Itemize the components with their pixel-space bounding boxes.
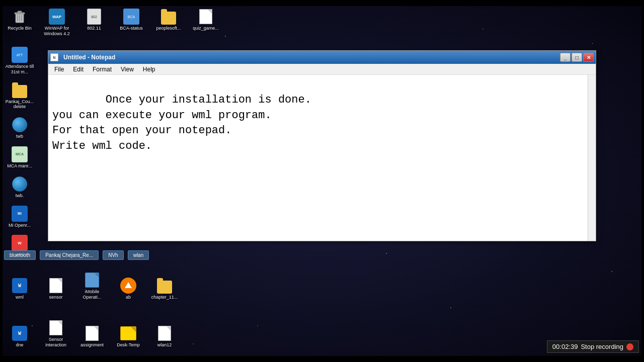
pankaj-icon — [12, 82, 28, 98]
assignment-label: assignment — [80, 342, 104, 348]
notepad-menubar: File Edit Format View Help — [48, 64, 596, 75]
notepad-app-icon: N — [50, 53, 58, 61]
chapter11-icon — [156, 278, 173, 294]
desktop-icon-attendance[interactable]: ATT Attendance till 31st m... — [4, 45, 35, 76]
screen-border-bottom — [0, 356, 644, 362]
mca-icon: MCA — [12, 146, 28, 162]
recording-indicator[interactable]: 00:02:39 Stop recording — [547, 340, 639, 353]
winwap-label: WinWAP for Windows 4.2 — [42, 26, 71, 37]
notepad-controls: _ □ ✕ — [560, 53, 594, 62]
desktop-icon-wlan12[interactable]: wlan12 — [149, 324, 180, 349]
menu-file[interactable]: File — [50, 65, 68, 74]
wml-icon: W — [12, 235, 28, 251]
notepad-line-1: Once your installation is done. — [106, 94, 311, 106]
taskbar-btn-nvh[interactable]: NVh — [103, 250, 123, 260]
svg-rect-2 — [18, 11, 22, 13]
recycle-bin-label: Recycle Bin — [8, 26, 32, 31]
menu-view[interactable]: View — [117, 65, 138, 74]
screen-border-left — [0, 0, 3, 362]
assignment-icon — [84, 325, 100, 341]
taskbar-btn-bluetooth[interactable]: bluetooth — [4, 250, 36, 260]
wml-bottom-icon: W — [12, 278, 28, 294]
desktop-icon-dne[interactable]: W dne — [4, 324, 35, 349]
wlan12-icon — [156, 325, 173, 341]
desktop-icon-mca[interactable]: MCA MCA manr... — [4, 145, 35, 170]
desktop-icon-80211[interactable]: 802 802.11 — [78, 7, 110, 33]
desktop-icon-chapter11[interactable]: chapter_11... — [149, 276, 180, 302]
attendance-label: Attendance till 31st m... — [5, 64, 34, 75]
recording-label: Stop recording — [581, 343, 623, 350]
recycle-bin-icon — [12, 9, 28, 25]
desktop-icon-ab[interactable]: ab — [113, 276, 144, 302]
mca-label: MCA manr... — [7, 163, 32, 169]
screen-border-top — [0, 0, 644, 6]
bca-label: BCA-status — [120, 26, 143, 31]
ab-icon — [120, 278, 136, 294]
peoplesoft-label: peoplesoft... — [156, 26, 181, 31]
desktop-icon-assignment[interactable]: assignment — [76, 324, 108, 349]
mobile-operat-icon — [84, 272, 100, 288]
notepad-titlebar[interactable]: N Untitled - Notepad _ □ ✕ — [48, 51, 596, 64]
screen-border-right — [641, 0, 644, 362]
80211-label: 802.11 — [87, 26, 101, 31]
desktop-icon-pankaj[interactable]: Pankaj_Cou... delete — [4, 80, 35, 112]
notepad-scrollbar[interactable] — [588, 75, 596, 241]
desk-temp-icon — [120, 325, 136, 341]
desktop-icon-quizgame[interactable]: quiz_game... — [190, 7, 221, 33]
taskbar-row: bluetooth Pankaj Chejara_Re... NVh wlan — [4, 250, 149, 260]
twb2-icon — [12, 176, 28, 192]
recording-dot-icon — [626, 343, 633, 350]
ab-label: ab — [126, 295, 131, 300]
peoplesoft-icon — [160, 9, 177, 25]
dne-label: dne — [16, 342, 23, 348]
close-button[interactable]: ✕ — [583, 53, 594, 62]
desktop-icon-mobile-operat[interactable]: iMobile Operati... — [76, 270, 108, 302]
wlan12-label: wlan12 — [157, 342, 172, 348]
sensor-interaction-icon — [48, 320, 64, 336]
recording-time: 00:02:39 — [552, 343, 578, 350]
dne-icon: W — [12, 325, 28, 341]
sensor-interaction-label: Sensor Interaction — [41, 337, 70, 348]
desktop-icon-miopen[interactable]: Mi Mi Openr... — [4, 204, 35, 230]
notepad-text: Once your installation is done. you can … — [52, 77, 592, 170]
notepad-line-3: For that open your notepad. — [52, 124, 231, 137]
desktop-icon-winwap[interactable]: WAP WinWAP for Windows 4.2 — [41, 7, 72, 38]
desk-temp-label: Desk-Temp — [117, 342, 140, 348]
miopen-label: Mi Openr... — [9, 223, 31, 228]
quizgame-icon — [198, 9, 214, 25]
desktop-icon-twb[interactable]: twb — [4, 115, 35, 141]
pankaj-label: Pankaj_Cou... delete — [5, 99, 34, 110]
desktop-icon-bca[interactable]: BCA BCA-status — [116, 7, 147, 33]
desktop-icon-sensor[interactable]: sensor — [40, 276, 71, 302]
bottom-icons-row2: W dne Sensor Interaction assignment — [4, 318, 180, 349]
menu-format[interactable]: Format — [89, 65, 116, 74]
attendance-icon: ATT — [12, 47, 28, 63]
sensor-label: sensor — [49, 295, 62, 300]
twb-label: twb — [16, 134, 23, 139]
desktop-icon-desk-temp[interactable]: Desk-Temp — [113, 324, 144, 349]
desktop-icon-recycle-bin[interactable]: Recycle Bin — [4, 7, 35, 33]
desktop-icon-wml-bottom[interactable]: W wml — [4, 276, 35, 302]
desktop-icon-sensor-interaction[interactable]: Sensor Interaction — [40, 318, 71, 349]
menu-edit[interactable]: Edit — [69, 65, 88, 74]
twb2-label: twb. — [16, 193, 24, 199]
notepad-line-2: you can execute your wml program. — [52, 109, 272, 122]
taskbar-btn-pankaj[interactable]: Pankaj Chejara_Re... — [40, 250, 99, 260]
left-icons-col: ATT Attendance till 31st m... Pankaj_Cou… — [4, 45, 35, 259]
notepad-title: Untitled - Notepad — [61, 54, 115, 61]
bca-icon: BCA — [123, 9, 139, 25]
top-icons-row: Recycle Bin WAP WinWAP for Windows 4.2 8… — [4, 7, 221, 38]
svg-marker-6 — [125, 282, 132, 288]
desktop-icon-peoplesoft[interactable]: peoplesoft... — [153, 7, 184, 33]
quizgame-label: quiz_game... — [193, 26, 219, 31]
minimize-button[interactable]: _ — [560, 53, 571, 62]
twb-icon — [12, 117, 28, 133]
miopen-icon: Mi — [12, 206, 28, 222]
bottom-icons-row1: W wml sensor iMobile Operati... — [4, 270, 180, 302]
notepad-content[interactable]: Once your installation is done. you can … — [48, 75, 596, 241]
menu-help[interactable]: Help — [139, 65, 159, 74]
sensor-icon — [48, 278, 64, 294]
taskbar-btn-wlan[interactable]: wlan — [128, 250, 149, 260]
maximize-button[interactable]: □ — [572, 53, 582, 62]
desktop-icon-twb2[interactable]: twb. — [4, 174, 35, 200]
